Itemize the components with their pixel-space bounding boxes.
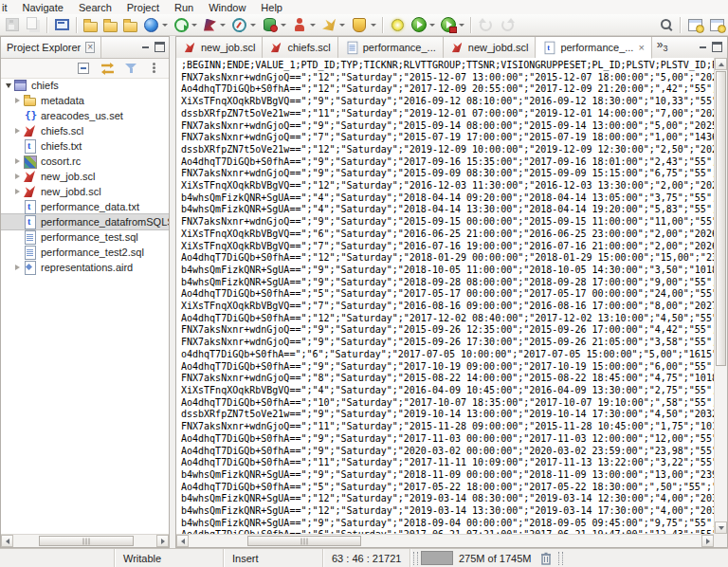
- toolbar-separator: [470, 17, 472, 33]
- minimize-icon[interactable]: [699, 42, 707, 50]
- twistie-icon[interactable]: [12, 260, 23, 275]
- protect-button[interactable]: [349, 16, 378, 34]
- filter-button[interactable]: [122, 61, 139, 76]
- tree-item-label: metadata: [41, 95, 87, 106]
- scrollbar-thumb[interactable]: [39, 536, 134, 546]
- tree-item-performance-datafromsqlserver[interactable]: performance_datafromSQLSERVER: [1, 214, 169, 229]
- status-drag-handle[interactable]: [413, 552, 418, 565]
- tree-item-areacodes-us-set[interactable]: areacodes_us.set: [1, 108, 169, 123]
- scroll-right-icon[interactable]: [701, 535, 714, 547]
- etl-wizard-button[interactable]: [201, 17, 228, 33]
- console-button[interactable]: [52, 16, 72, 33]
- profile-button[interactable]: [290, 16, 318, 33]
- open-perspective-button[interactable]: [685, 16, 705, 34]
- tree-item-cosort-rc[interactable]: cosort.rc: [1, 154, 169, 169]
- scroll-up-icon[interactable]: [715, 58, 727, 70]
- maximize-icon[interactable]: [712, 42, 722, 52]
- scrollbar-thumb[interactable]: [716, 71, 726, 366]
- tree-item-label: new_jobd.scl: [41, 186, 104, 197]
- new-wizard-button[interactable]: [388, 16, 408, 34]
- export-folder-button[interactable]: [121, 17, 139, 33]
- run-button[interactable]: [410, 16, 437, 33]
- twistie-icon[interactable]: [12, 169, 23, 184]
- scrollbar-thumb[interactable]: [247, 536, 361, 546]
- editor-horizontal-scrollbar[interactable]: [176, 534, 714, 547]
- dropdown-arrow-icon[interactable]: [250, 24, 256, 27]
- dropdown-arrow-icon[interactable]: [162, 24, 168, 27]
- status-drag-handle[interactable]: [558, 552, 563, 565]
- tree-item-performance-data-txt[interactable]: performance_data.txt: [1, 199, 169, 214]
- editor-vertical-scrollbar[interactable]: [714, 58, 727, 534]
- scroll-left-icon[interactable]: [1, 535, 13, 547]
- dropdown-arrow-icon[interactable]: [220, 24, 226, 27]
- migrate-button[interactable]: [319, 17, 347, 33]
- twistie-icon[interactable]: [12, 154, 23, 169]
- tab-project-explorer[interactable]: Project Explorer ×: [1, 37, 101, 58]
- more-tabs-indicator[interactable]: » 3: [652, 37, 671, 58]
- menu-item-edit-partial[interactable]: it: [0, 2, 15, 13]
- scroll-right-icon[interactable]: [156, 535, 169, 547]
- editor-tab-chiefs-scl[interactable]: chiefs.scl: [263, 37, 337, 58]
- tree-item-chiefs-txt[interactable]: chiefs.txt: [1, 138, 169, 154]
- web-deploy-button[interactable]: [141, 16, 170, 34]
- menu-item-project[interactable]: Project: [119, 2, 167, 13]
- editor-content[interactable]: ;BEGINN;ENDE;VALUE_1;PTD_ID;TYP;TICKNR;R…: [176, 58, 714, 534]
- link-with-editor-button[interactable]: [100, 61, 116, 76]
- twistie-icon[interactable]: [12, 123, 23, 138]
- editor-tab-performance[interactable]: performance_...: [338, 37, 444, 58]
- sort-job-button[interactable]: [172, 16, 199, 33]
- tree-item-chiefs[interactable]: chiefs: [1, 78, 169, 93]
- tree-item-chiefs-scl[interactable]: chiefs.scl: [1, 123, 169, 138]
- scroll-left-icon[interactable]: [176, 535, 189, 547]
- menu-item-navigate[interactable]: Navigate: [15, 2, 71, 13]
- migrate-icon: [322, 19, 336, 31]
- tree-item-label: performance_datafromSQLSERVER: [41, 216, 169, 228]
- tree-item-new-job-scl[interactable]: new_job.scl: [1, 169, 169, 184]
- collapse-all-button[interactable]: [74, 60, 93, 77]
- editor-viewport[interactable]: ;BEGINN;ENDE;VALUE_1;PTD_ID;TYP;TICKNR;R…: [176, 58, 714, 534]
- tree-item-performance-test-sql[interactable]: performance_test.sql: [1, 229, 169, 245]
- schedule-button[interactable]: [229, 16, 258, 34]
- menu-item-search[interactable]: Search: [71, 2, 119, 13]
- save-icon: [6, 18, 19, 31]
- tree-item-representations-aird[interactable]: representations.aird: [1, 260, 169, 275]
- editor-tab-new-jobd-scl[interactable]: new_jobd.scl: [444, 37, 537, 58]
- maximize-icon[interactable]: [155, 42, 165, 52]
- minimize-icon[interactable]: [141, 42, 150, 50]
- menu-item-help[interactable]: Help: [253, 2, 290, 13]
- twistie-icon[interactable]: [12, 184, 23, 199]
- tree-item-new-jobd-scl[interactable]: new_jobd.scl: [1, 184, 169, 199]
- dropdown-arrow-icon[interactable]: [459, 24, 464, 27]
- view-menu-button[interactable]: [146, 60, 162, 77]
- twistie-icon[interactable]: [12, 93, 23, 108]
- dropdown-arrow-icon[interactable]: [429, 24, 435, 27]
- writable-label: Writable: [123, 553, 161, 564]
- search-button[interactable]: [657, 16, 676, 33]
- dropdown-arrow-icon[interactable]: [371, 24, 376, 27]
- editor-tab-performance[interactable]: performance_...×: [536, 37, 651, 59]
- twistie-icon[interactable]: [3, 78, 13, 93]
- dropdown-arrow-icon[interactable]: [339, 24, 345, 27]
- perspective-bar-button[interactable]: [707, 16, 727, 34]
- garbage-collect-button[interactable]: [540, 552, 552, 565]
- txt-file-icon: [23, 215, 37, 229]
- dropdown-arrow-icon[interactable]: [281, 24, 286, 27]
- dropdown-arrow-icon[interactable]: [191, 24, 197, 27]
- caret-position-label: 63 : 46 : 21721: [332, 553, 401, 564]
- menu-item-run[interactable]: Run: [167, 2, 201, 13]
- database-button[interactable]: [260, 16, 288, 33]
- dropdown-arrow-icon[interactable]: [310, 24, 316, 27]
- import-folder-button[interactable]: [101, 17, 119, 33]
- tree-item-metadata[interactable]: metadata: [1, 93, 169, 108]
- close-icon[interactable]: ×: [85, 42, 95, 53]
- run-secure-button[interactable]: [439, 16, 466, 33]
- open-data-folder-button[interactable]: [82, 17, 100, 33]
- sort-job-icon: [174, 18, 189, 32]
- scroll-down-icon[interactable]: [715, 521, 727, 534]
- tree-item-performance-test2-sql[interactable]: performance_test2.sql: [1, 245, 169, 260]
- menu-item-window[interactable]: Window: [201, 2, 253, 13]
- twistie-spacer: [12, 138, 23, 154]
- editor-tab-new-job-scl[interactable]: new_job.scl: [176, 37, 263, 58]
- explorer-horizontal-scrollbar[interactable]: [1, 534, 169, 547]
- close-icon[interactable]: ×: [638, 43, 644, 53]
